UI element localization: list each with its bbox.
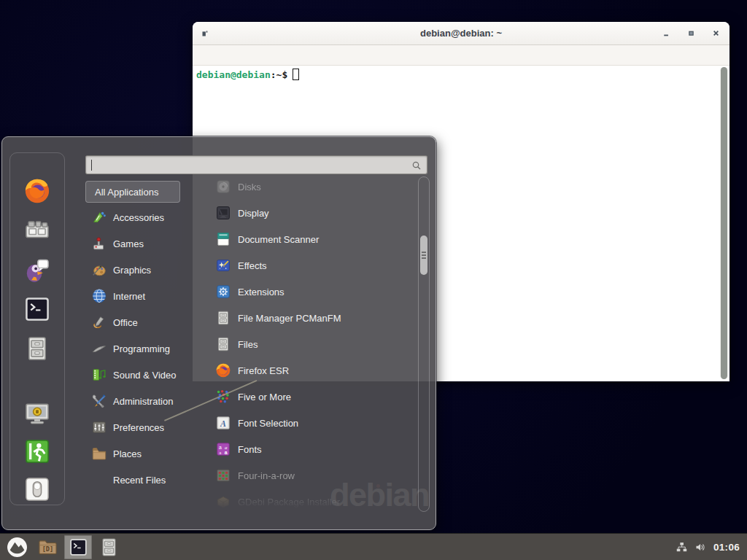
tray-volume[interactable] (694, 541, 707, 553)
window-maximize[interactable] (684, 26, 699, 41)
category-accessories[interactable]: Accessories (85, 204, 204, 230)
effects-icon (215, 257, 231, 273)
prompt-suffix: :~$ (271, 69, 287, 80)
pidgin-icon (23, 256, 51, 284)
office-icon (91, 314, 107, 330)
firefox-icon (23, 177, 51, 205)
taskbar: [D] 01:06 (0, 533, 747, 560)
internet-icon (91, 288, 107, 304)
app-disks[interactable]: Disks (205, 174, 417, 200)
svg-text:a: a (219, 445, 222, 450)
prompt-user-host: debian@debian (196, 69, 271, 80)
taskbar-file-cabinet[interactable] (95, 535, 123, 559)
category-all-applications[interactable]: All Applications (85, 181, 180, 203)
applications-scrollbar-thumb[interactable] (420, 236, 427, 275)
app-file-manager-pcmanfm[interactable]: File Manager PCManFM (205, 305, 417, 331)
category-graphics[interactable]: Graphics (85, 257, 204, 283)
search-input[interactable] (92, 157, 404, 173)
app-font-selection[interactable]: AFont Selection (205, 410, 417, 436)
app-fonts[interactable]: aaaaFonts (205, 436, 417, 462)
search-box[interactable] (85, 155, 427, 174)
category-sound-video[interactable]: Sound & Video (85, 362, 204, 388)
tray-network[interactable] (676, 541, 688, 553)
app-four-in-a-row[interactable]: Four-in-a-row (205, 462, 417, 489)
favorite-terminal[interactable] (23, 295, 51, 323)
preferences-icon (91, 419, 107, 435)
taskbar-tray-area: 01:06 (676, 541, 747, 553)
session-shutdown[interactable] (23, 475, 51, 503)
shutdown-icon (23, 475, 51, 503)
programming-icon (91, 341, 107, 357)
keyboard-icon (23, 217, 51, 244)
favorites-list (10, 177, 64, 362)
svg-text:A: A (220, 419, 226, 429)
svg-text:a: a (219, 450, 221, 455)
file-cabinet-icon (215, 310, 231, 326)
app-document-scanner[interactable]: Document Scanner (205, 226, 417, 252)
file-cabinet-icon (23, 335, 51, 362)
search-icon (411, 160, 422, 171)
category-internet[interactable]: Internet (85, 283, 204, 309)
graphics-icon (91, 262, 107, 278)
favorite-firefox[interactable] (23, 177, 51, 205)
app-display[interactable]: Display (205, 200, 417, 226)
display-icon (215, 205, 231, 221)
category-programming[interactable]: Programming (85, 335, 204, 362)
fonts-icon: aaaa (215, 441, 231, 457)
applications-list: DisksDisplayDocument ScannerEffectsExten… (205, 174, 417, 516)
sound-video-icon (91, 367, 107, 383)
categories-list: All ApplicationsAccessoriesGamesGraphics… (85, 181, 204, 493)
app-firefox-esr[interactable]: Firefox ESR (205, 357, 417, 384)
applications-scrollbar[interactable] (418, 176, 430, 512)
favorites-column (9, 152, 65, 505)
window-minimize[interactable] (659, 26, 674, 41)
font-selection-icon: A (215, 415, 231, 431)
accessories-icon (91, 209, 107, 225)
terminal-icon (69, 537, 88, 557)
gdebi-icon (215, 494, 231, 510)
window-menu-icon[interactable] (200, 28, 210, 39)
favorite-keyboard[interactable] (23, 217, 51, 244)
file-cabinet-icon (98, 537, 120, 558)
session-logout[interactable] (23, 438, 51, 465)
distro-menu-icon (7, 537, 28, 558)
category-games[interactable]: Games (85, 230, 204, 257)
app-gdebi-package-installer[interactable]: GDebi Package Installer (205, 489, 417, 515)
app-effects[interactable]: Effects (205, 252, 417, 279)
svg-text:[D]: [D] (42, 545, 53, 553)
terminal-titlebar[interactable]: debian@debian: ~ (193, 22, 729, 45)
favorite-pidgin[interactable] (23, 256, 51, 284)
app-extensions[interactable]: Extensions (205, 279, 417, 305)
terminal-prompt: debian@debian:~$ (193, 66, 729, 80)
category-office[interactable]: Office (85, 309, 204, 335)
firefox-icon (215, 362, 231, 378)
close-icon (711, 28, 721, 38)
session-buttons (10, 400, 64, 503)
category-recent-files[interactable]: Recent Files (85, 467, 204, 493)
terminal-cursor (293, 69, 299, 80)
disks-icon (215, 179, 231, 195)
network-icon (676, 541, 688, 553)
taskbar-launchers: [D] (0, 534, 124, 560)
window-title: debian@debian: ~ (420, 28, 502, 39)
session-lock-screen[interactable] (23, 400, 51, 427)
system-tray (676, 541, 707, 553)
terminal-icon (23, 295, 51, 323)
administration-icon (91, 393, 107, 409)
folder-d-icon: [D] (37, 537, 58, 558)
category-preferences[interactable]: Preferences (85, 414, 204, 440)
games-icon (91, 236, 107, 252)
category-places[interactable]: Places (85, 440, 204, 467)
app-files[interactable]: Files (205, 331, 417, 357)
extensions-icon (215, 284, 231, 300)
terminal-scrollbar[interactable] (720, 67, 728, 379)
window-close[interactable] (709, 26, 724, 41)
taskbar-menu[interactable] (3, 535, 31, 559)
minimize-icon (662, 28, 671, 38)
terminal-scrollbar-thumb[interactable] (721, 67, 727, 379)
favorite-file-manager[interactable] (23, 335, 51, 362)
places-icon (91, 446, 107, 462)
svg-text:a: a (225, 450, 228, 455)
taskbar-terminal[interactable] (64, 535, 92, 559)
taskbar-file-manager[interactable]: [D] (34, 535, 61, 559)
